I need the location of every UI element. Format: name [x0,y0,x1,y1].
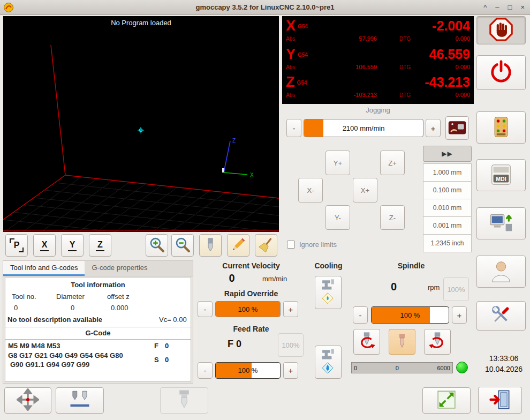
spindle-cw-icon [426,330,449,354]
dro-panel[interactable]: X G54 -2.004 Abs 57.996 DTG 0.000 Y G54 … [282,16,474,104]
dimensions-edit-button[interactable] [227,234,249,257]
increment-0p001mm[interactable]: 0.001 mm [423,216,472,235]
auto-mode-button[interactable] [476,207,526,239]
spindle-plus-button[interactable]: + [452,306,467,324]
view-z-button[interactable]: Z [89,234,111,257]
maximize-button[interactable]: □ [508,0,512,15]
spindle-rpm-unit: rpm [428,283,440,291]
jog-speed-minus-button[interactable]: - [286,119,301,137]
gcode-f-value: 0 [165,342,169,350]
window-title: gmoccapy 3.5.2 for LinuxCNC 2.10.0~pre1 [0,0,530,15]
spindle-ccw-button[interactable] [353,329,380,355]
estop-button[interactable] [476,16,526,44]
feed-percent-button[interactable]: 100% [278,333,304,357]
mist-button[interactable] [315,276,342,309]
jog-speed-slider[interactable]: 2100 mm/min [304,119,423,137]
tool-view-button[interactable] [199,234,222,257]
gremlin-preview[interactable]: Z X No Program loaded [3,16,279,232]
tool-panel-tabs: Tool info and G-codes G-code properties [3,261,193,276]
val-tool-no: 0 [14,304,18,312]
jog-x-plus-button[interactable]: X+ [353,178,377,202]
jog-y-plus-button[interactable]: Y+ [325,151,350,175]
view-perspective-button[interactable]: P [5,234,28,257]
jog-speed-plus-button[interactable]: + [426,119,441,137]
increment-inch[interactable]: 1.2345 inch [423,234,472,252]
jog-x-minus-button[interactable]: X- [298,178,323,202]
jog-z-plus-button[interactable]: Z+ [380,151,405,175]
exit-button[interactable] [478,387,522,414]
feed-minus-button[interactable]: - [198,362,213,379]
jog-z-minus-button[interactable]: Z- [380,205,405,230]
minimize-button[interactable]: – [495,0,499,15]
clear-plot-button[interactable] [255,234,277,257]
svg-text:Z: Z [232,138,236,144]
spindle-bar-min: 0 [354,365,357,371]
manual-mode-button[interactable] [476,111,526,144]
jog-y-minus-button[interactable]: Y- [325,205,350,230]
spindle-rpm-value: 0 [370,281,397,293]
jog-pendant-button[interactable] [445,116,469,140]
feed-rate-slider[interactable]: 100 % [215,362,281,379]
flood-button[interactable] [315,346,342,379]
exit-door-icon [489,388,511,412]
view-x-button[interactable]: X [33,234,56,257]
feed-plus-button[interactable]: + [283,362,298,379]
mdi-mode-button[interactable]: MDI [476,159,526,191]
rapid-override-title: Rapid Override [194,289,308,298]
jogging-panel: Jogging - 2100 mm/min + Y+ Z+ X- X+ Y- Z… [282,105,474,258]
tool-gcode-panel: Tool info and G-codes G-code properties … [3,260,193,384]
view-y-button[interactable]: Y [61,234,84,257]
jog-continuous-button[interactable]: ▶▶ [423,146,472,162]
mdi-icon: MDI [489,162,513,189]
gcode-line-2: G8 G17 G21 G40 G49 G54 G64 G80 [8,351,123,359]
spindle-override-slider[interactable]: 100 % [371,306,449,324]
tool-probe-icon [69,388,91,412]
ignore-limits-checkbox[interactable] [287,241,295,249]
increment-0p1mm[interactable]: 0.100 mm [423,181,472,199]
clock-time: 13:33:06 [480,353,527,364]
fullscreen-button[interactable] [422,387,471,414]
increment-0p01mm[interactable]: 0.010 mm [423,199,472,217]
program-loaded-message: No Program loaded [3,19,279,27]
rapid-override-slider[interactable]: 100 % [215,301,281,317]
tool-info-content: Tool information Tool no. Diameter offse… [5,277,191,382]
rapid-plus-button[interactable]: + [283,301,298,317]
spindle-stop-button[interactable] [389,329,415,355]
dro-row-x: X G54 -2.004 Abs 57.996 DTG 0.000 [286,18,470,46]
touch-off-button[interactable] [4,387,51,414]
vc-value: Vc= 0.00 [159,316,187,324]
feed-readout: F 0 [228,339,241,350]
machine-on-button[interactable] [476,55,526,90]
shade-window-button[interactable]: ^ [483,0,487,15]
tools-icon [489,303,513,328]
velocity-value: 0 [216,272,248,284]
spindle-minus-button[interactable]: - [353,306,368,324]
clock-display: 13:33:06 10.04.2026 [480,353,527,374]
tab-gcode-properties[interactable]: G-code properties [85,261,154,276]
settings-tools-button[interactable] [476,301,526,331]
window-controls: ^ – □ × [483,0,525,15]
col-offset-z: offset z [107,292,130,301]
spindle-cw-button[interactable] [424,329,451,355]
tool-change-button[interactable] [160,387,208,414]
spindle-bar-max: 6000 [437,365,450,371]
spindle-percent-button[interactable]: 100% [443,278,469,301]
user-settings-button[interactable] [476,256,526,288]
zoom-in-button[interactable] [146,234,168,257]
zoom-out-button[interactable] [171,234,194,257]
gcode-s-label: S [154,356,159,364]
spindle-stop-icon [391,330,413,354]
preview-scene: Z X [3,16,279,232]
feed-rate-title: Feed Rate [194,325,308,333]
tab-tool-info[interactable]: Tool info and G-codes [3,261,85,276]
mist-faucet-icon [317,277,339,309]
tool-measure-button[interactable] [56,387,104,414]
auto-run-icon [489,211,513,237]
app-window: { "colors": { "accent": "#f57900", "dro_… [0,0,530,420]
close-button[interactable]: × [520,0,525,15]
increment-1mm[interactable]: 1.000 mm [423,163,472,182]
pencil-icon [230,236,247,255]
spindle-bar-current: 0 [396,365,399,371]
rapid-minus-button[interactable]: - [198,301,213,317]
power-icon [489,59,513,86]
